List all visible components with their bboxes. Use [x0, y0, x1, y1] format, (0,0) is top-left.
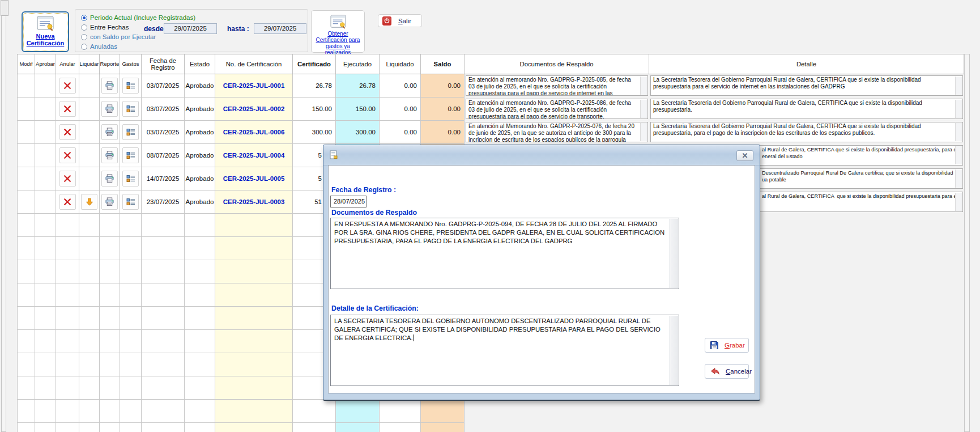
anular-button[interactable]	[59, 194, 76, 210]
gastos-button[interactable]	[122, 147, 139, 163]
reporte-button[interactable]	[101, 101, 118, 117]
gastos-button[interactable]	[122, 124, 139, 140]
fecha-registro-input[interactable]: 28/07/2025	[330, 196, 367, 207]
empty-cell	[79, 353, 100, 376]
certification-number-link[interactable]: CER-2025-JUL-0003	[223, 198, 285, 205]
column-header: Estado	[185, 54, 215, 74]
documentos-text: EN RESPUESTA A MEMORANDO Nro. GADPRG-P-2…	[331, 218, 679, 248]
grabar-label: Grabar	[725, 342, 745, 349]
gastos-button[interactable]	[122, 194, 139, 210]
empty-cell	[185, 400, 215, 423]
liquidar-button[interactable]	[81, 194, 97, 210]
table-row: 03/07/2025AprobadoCER-2025-JUL-000126.78…	[0, 74, 980, 98]
table-scrollbar[interactable]	[964, 54, 970, 432]
expenses-list-icon	[126, 197, 135, 206]
empty-cell	[185, 307, 215, 330]
fecha-registro-cell: 23/07/2025	[142, 190, 185, 214]
empty-cell	[215, 423, 293, 432]
red-x-icon	[63, 128, 71, 136]
documentos-textarea[interactable]: EN RESPUESTA A MEMORANDO Nro. GADPRG-P-2…	[330, 218, 679, 289]
empty-cell	[293, 423, 336, 432]
empty-cell	[79, 307, 100, 330]
column-header: Gastos	[120, 54, 142, 74]
fecha-registro-cell: 14/07/2025	[142, 167, 185, 190]
anular-cell	[56, 167, 79, 190]
estado-cell: Aprobado	[185, 74, 215, 98]
anular-button[interactable]	[59, 147, 76, 163]
anular-button[interactable]	[59, 171, 76, 187]
liquidado-cell: 0.00	[380, 98, 421, 121]
empty-cell	[56, 330, 79, 353]
liquidar-cell	[79, 190, 100, 214]
empty-cell	[17, 353, 35, 376]
empty-cell	[79, 260, 100, 283]
empty-cell	[336, 400, 380, 423]
estado-cell: Aprobado	[185, 98, 215, 121]
empty-cell	[35, 214, 56, 237]
reporte-button[interactable]	[101, 124, 118, 140]
empty-cell	[215, 260, 293, 283]
certification-number-link[interactable]: CER-2025-JUL-0002	[223, 105, 285, 112]
empty-cell	[380, 423, 421, 432]
undo-arrow-icon	[710, 367, 720, 375]
empty-cell	[79, 237, 100, 260]
numero-certificacion-cell: CER-2025-JUL-0001	[215, 74, 293, 98]
column-header: Liquidar	[79, 54, 100, 74]
grabar-button[interactable]: Grabar	[705, 338, 749, 353]
empty-cell	[120, 400, 142, 423]
empty-cell	[100, 353, 120, 376]
column-header: No. de Certificación	[215, 54, 293, 74]
empty-cell	[17, 283, 35, 307]
certification-number-link[interactable]: CER-2025-JUL-0005	[223, 175, 285, 182]
empty-cell	[215, 307, 293, 330]
empty-cell	[100, 376, 120, 400]
empty-cell	[56, 260, 79, 283]
cancelar-label: Cancelar	[726, 368, 752, 375]
close-icon[interactable]: ✕	[736, 150, 753, 161]
gastos-button[interactable]	[122, 101, 139, 117]
anular-button[interactable]	[59, 101, 76, 117]
empty-cell	[120, 353, 142, 376]
dialog-titlebar[interactable]: ✕	[323, 145, 760, 166]
empty-cell	[56, 283, 79, 307]
red-x-icon	[63, 82, 71, 90]
reporte-button[interactable]	[101, 194, 118, 210]
empty-cell	[100, 283, 120, 307]
column-header: Saldo	[421, 54, 465, 74]
empty-cell	[142, 330, 185, 353]
certification-number-link[interactable]: CER-2025-JUL-0001	[223, 82, 285, 89]
empty-cell	[35, 400, 56, 423]
expenses-list-icon	[126, 151, 135, 160]
fecha-registro-cell: 03/07/2025	[142, 74, 185, 98]
reporte-button[interactable]	[101, 171, 118, 187]
gastos-button[interactable]	[122, 78, 139, 94]
empty-cell	[142, 260, 185, 283]
anular-button[interactable]	[59, 124, 76, 140]
column-header: Liquidado	[380, 54, 421, 74]
detalle-textarea[interactable]: LA SECRETARIA TESORERA DEL GOBIERNO AUTO…	[330, 315, 679, 386]
anular-cell	[56, 121, 79, 144]
anular-button[interactable]	[59, 78, 76, 94]
empty-cell	[17, 330, 35, 353]
empty-cell	[79, 423, 100, 432]
printer-icon	[105, 81, 114, 90]
empty-cell	[380, 400, 421, 423]
numero-certificacion-cell: CER-2025-JUL-0003	[215, 190, 293, 214]
estado-cell: Aprobado	[185, 167, 215, 190]
column-header: Modif	[17, 54, 35, 74]
certification-number-link[interactable]: CER-2025-JUL-0004	[223, 152, 285, 159]
gastos-cell	[120, 98, 142, 121]
empty-cell	[35, 353, 56, 376]
empty-cell	[185, 330, 215, 353]
reporte-button[interactable]	[101, 147, 118, 163]
certification-number-link[interactable]: CER-2025-JUL-0006	[223, 129, 285, 135]
cancelar-button[interactable]: Cancelar	[705, 364, 749, 379]
reporte-cell	[100, 121, 120, 144]
modif-cell	[17, 98, 35, 121]
empty-cell	[185, 283, 215, 307]
empty-cell	[79, 330, 100, 353]
column-header: Reporte	[100, 54, 120, 74]
gastos-button[interactable]	[122, 171, 139, 187]
fecha-registro-cell: 08/07/2025	[142, 144, 185, 167]
reporte-button[interactable]	[101, 78, 118, 94]
